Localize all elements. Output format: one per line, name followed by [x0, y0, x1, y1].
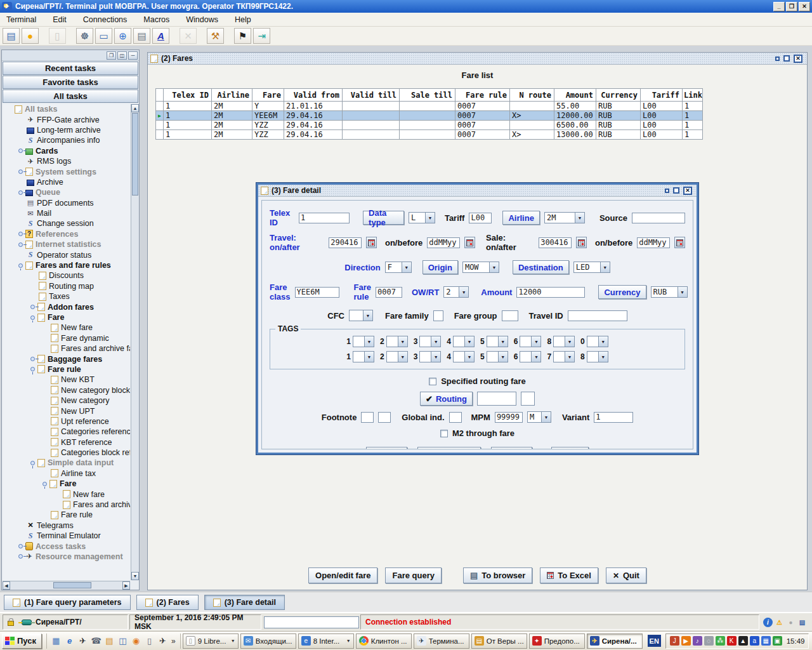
tree-toggle-collapsed[interactable]: [18, 242, 23, 247]
tree-item[interactable]: Fares and archive fares: [3, 343, 130, 354]
hint-bulb-button[interactable]: ●: [22, 28, 39, 44]
sidebar-dock-button[interactable]: ◫: [117, 51, 127, 60]
menu-item-terminal[interactable]: Terminal: [6, 15, 36, 24]
mpm-unit-dropdown[interactable]: M▼: [527, 411, 551, 423]
tree-toggle-collapsed[interactable]: [18, 169, 23, 174]
chevron-down-icon[interactable]: ▼: [231, 639, 235, 643]
next-button[interactable]: ☛Next: [491, 447, 532, 449]
chevron-down-icon[interactable]: ▼: [364, 336, 374, 347]
chevron-down-icon[interactable]: ▼: [398, 351, 408, 362]
log-document-icon[interactable]: ▤: [797, 618, 807, 627]
chevron-down-icon[interactable]: ▼: [531, 336, 541, 347]
tree-item[interactable]: Cards: [3, 146, 130, 156]
chevron-down-icon[interactable]: ▼: [402, 262, 412, 273]
close-icon[interactable]: ✕: [794, 55, 802, 63]
column-header[interactable]: Airline: [212, 89, 252, 102]
tree-item[interactable]: ✈RMS logs: [3, 156, 130, 166]
suspend-fare-button[interactable]: Suspend fare: [417, 447, 481, 449]
table-row[interactable]: 12MYZZ29.04.160007X>13000.00RUBL001: [156, 130, 703, 140]
chevron-down-icon[interactable]: ▼: [363, 310, 373, 321]
calendar-button[interactable]: [464, 237, 475, 248]
fare-group-field[interactable]: [502, 310, 518, 321]
taskbar-button[interactable]: ✉Входящи...: [240, 633, 296, 649]
column-header[interactable]: N route: [510, 89, 554, 102]
tariff-field[interactable]: [469, 213, 492, 223]
scroll-down-icon[interactable]: ▼: [131, 572, 139, 580]
tag-dropdown[interactable]: ▼: [419, 336, 441, 347]
chevron-down-icon[interactable]: ▼: [464, 336, 475, 347]
tree-toggle-collapsed[interactable]: [18, 232, 23, 236]
tree-item[interactable]: New fare: [3, 322, 130, 333]
tree-item[interactable]: Baggage fares: [3, 354, 130, 364]
column-header[interactable]: Valid from: [284, 89, 343, 102]
sidebar-minimize-button[interactable]: ─: [128, 51, 138, 60]
taskbar-button[interactable]: ✦Предопо...: [529, 633, 585, 649]
organizer-icon[interactable]: ◫: [117, 635, 129, 647]
tree-item[interactable]: Fare: [3, 479, 130, 489]
scroll-right-icon[interactable]: ▶: [122, 581, 130, 590]
calendar-button[interactable]: [674, 237, 685, 248]
internet-explorer-icon[interactable]: e: [63, 635, 75, 647]
footnote-field-2[interactable]: [378, 412, 391, 423]
table-row[interactable]: 12MYZZ29.04.1600076500.00RUBL001: [156, 121, 703, 130]
chevron-down-icon[interactable]: ▼: [531, 351, 541, 362]
travel-id-field[interactable]: [568, 310, 627, 321]
tag-dropdown[interactable]: ▼: [553, 351, 575, 362]
travel-after-field[interactable]: [329, 237, 362, 248]
tree-item[interactable]: New UPT: [3, 406, 130, 416]
column-header[interactable]: Fare rule: [455, 89, 510, 102]
task-list-button[interactable]: ▤: [3, 28, 20, 44]
tree-item[interactable]: Archive: [3, 177, 130, 187]
global-ind-field[interactable]: [449, 412, 462, 423]
routing-extra-field[interactable]: [521, 392, 535, 406]
tag-dropdown[interactable]: ▼: [487, 351, 508, 362]
chevron-down-icon[interactable]: ▼: [600, 262, 610, 273]
report-settings-button[interactable]: ☸: [76, 28, 93, 44]
calendar-button[interactable]: [366, 237, 377, 248]
direction-dropdown[interactable]: F▼: [385, 262, 412, 273]
routing-button[interactable]: ✔Routing: [420, 392, 473, 406]
tag-dropdown[interactable]: ▼: [386, 351, 408, 362]
save-button[interactable]: ✔Save: [366, 447, 407, 449]
folder-icon[interactable]: ▤: [103, 635, 115, 647]
tree-item[interactable]: System settings: [3, 166, 130, 176]
alpha-icon[interactable]: a: [750, 636, 759, 646]
variant-field[interactable]: [594, 412, 633, 423]
travel-before-field[interactable]: [427, 237, 460, 248]
minimize-icon[interactable]: [665, 189, 669, 193]
sale-after-field[interactable]: [539, 237, 572, 248]
origin-dropdown[interactable]: MOW▼: [462, 262, 499, 273]
taskbar-button[interactable]: ▤От Веры ...: [471, 633, 527, 649]
tree-item[interactable]: New KBT: [3, 375, 130, 385]
mpm-field[interactable]: [495, 412, 523, 423]
quit-button[interactable]: ✕Quit: [551, 447, 589, 449]
tag-dropdown[interactable]: ▼: [587, 336, 608, 347]
media-player-icon[interactable]: ▶: [681, 636, 691, 646]
language-indicator[interactable]: EN: [648, 635, 661, 647]
cfc-dropdown[interactable]: ▼: [349, 310, 373, 321]
currency-button[interactable]: Currency: [598, 285, 646, 299]
info-icon[interactable]: i: [763, 618, 773, 627]
tree-item[interactable]: ▤PDF documents: [3, 198, 130, 208]
specified-routing-checkbox[interactable]: [429, 378, 436, 385]
network-users-icon[interactable]: ⁂: [716, 636, 725, 646]
menu-item-help[interactable]: Help: [235, 15, 251, 24]
chevron-down-icon[interactable]: ▼: [598, 351, 608, 362]
tree-item[interactable]: Discounts: [3, 270, 130, 281]
window-tab-1[interactable]: (1) Fare query parameters: [4, 595, 131, 610]
java-icon[interactable]: J: [670, 636, 679, 646]
column-header[interactable]: Valid till: [343, 89, 400, 102]
warning-icon[interactable]: ⚠: [775, 618, 784, 627]
tree-toggle-expanded[interactable]: [43, 482, 47, 486]
column-header[interactable]: Amount: [554, 89, 596, 102]
minimize-icon[interactable]: [775, 56, 780, 61]
chevron-down-icon[interactable]: ▼: [678, 286, 688, 298]
exit-door-button[interactable]: ⇥: [253, 28, 270, 44]
source-field[interactable]: [632, 213, 685, 223]
pointer-icon[interactable]: ▲: [738, 636, 748, 646]
tree-item[interactable]: ✈Resource management: [3, 552, 130, 562]
tree-item[interactable]: Upt reference: [3, 416, 130, 427]
sidebar-float-button[interactable]: ❐: [107, 51, 116, 60]
maximize-icon[interactable]: [783, 55, 790, 62]
tree-item[interactable]: Simple data input: [3, 458, 130, 468]
